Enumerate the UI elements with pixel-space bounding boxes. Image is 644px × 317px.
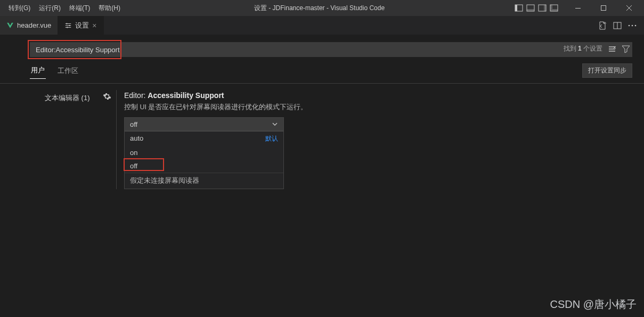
option-description: 假定未连接屏幕阅读器 <box>125 173 283 189</box>
svg-rect-1 <box>515 5 517 11</box>
search-meta: 找到 1 个设置 <box>564 44 630 53</box>
layout-primary-icon[interactable] <box>514 3 524 13</box>
window-maximize[interactable] <box>593 0 614 16</box>
menu-run[interactable]: 运行(R) <box>35 2 65 15</box>
svg-rect-7 <box>550 5 552 11</box>
open-settings-sync-button[interactable]: 打开设置同步 <box>582 63 632 78</box>
editor-actions <box>598 16 644 35</box>
setting-description: 控制 UI 是否应在已针对屏幕阅读器进行优化的模式下运行。 <box>124 103 644 112</box>
clear-search-icon[interactable] <box>608 45 616 53</box>
vue-icon <box>6 22 14 29</box>
window-minimize[interactable] <box>567 0 589 16</box>
svg-point-13 <box>67 27 68 28</box>
settings-tab-icon <box>64 22 72 29</box>
title-actions <box>514 0 644 16</box>
option-on[interactable]: on <box>125 146 283 159</box>
menu-bar: 转到(G) 运行(R) 终端(T) 帮助(H) <box>0 2 125 15</box>
more-actions-icon[interactable] <box>628 25 637 27</box>
search-value: Editor:Accessibility Support <box>36 46 120 54</box>
watermark: CSDN @唐小橘子 <box>550 297 637 312</box>
svg-rect-3 <box>527 9 534 11</box>
chevron-down-icon <box>272 121 278 127</box>
svg-rect-9 <box>575 8 581 9</box>
option-auto[interactable]: auto 默认 <box>125 132 283 146</box>
title-bar: 转到(G) 运行(R) 终端(T) 帮助(H) 设置 - JDFinance-m… <box>0 0 644 16</box>
svg-rect-10 <box>601 6 606 11</box>
select-value: off <box>130 120 137 128</box>
split-editor-icon[interactable] <box>613 21 622 30</box>
select-dropdown: auto 默认 on off 假定未连接屏幕阅读器 <box>124 131 284 189</box>
option-off[interactable]: off <box>125 159 283 173</box>
tab-label: 设置 <box>75 21 89 30</box>
svg-point-17 <box>632 25 633 26</box>
default-tag: 默认 <box>265 134 278 143</box>
setting-title: Editor: Accessibility Support <box>124 91 644 100</box>
svg-rect-8 <box>552 9 558 11</box>
svg-point-11 <box>67 23 68 24</box>
scope-user[interactable]: 用户 <box>30 62 46 79</box>
tab-label: header.vue <box>17 21 51 29</box>
svg-point-16 <box>629 25 630 26</box>
editor-tabs: header.vue 设置 × <box>0 16 644 35</box>
open-json-icon[interactable] <box>598 21 607 30</box>
tab-header-vue[interactable]: header.vue <box>0 16 58 35</box>
settings-detail: Editor: Accessibility Support 控制 UI 是否应在… <box>116 90 644 189</box>
window-title: 设置 - JDFinance-master - Visual Studio Co… <box>125 4 514 13</box>
svg-point-12 <box>69 25 70 26</box>
menu-help[interactable]: 帮助(H) <box>94 2 125 15</box>
filter-icon[interactable] <box>622 45 630 53</box>
layout-panel-icon[interactable] <box>526 3 535 13</box>
setting-select[interactable]: off <box>124 117 284 131</box>
settings-toc: 文本编辑器 (1) <box>0 90 116 189</box>
svg-rect-5 <box>544 5 546 11</box>
layout-secondary-icon[interactable] <box>537 3 547 13</box>
svg-point-18 <box>635 25 637 26</box>
scope-workspace[interactable]: 工作区 <box>56 63 79 79</box>
close-icon[interactable]: × <box>92 22 96 29</box>
settings-search-input[interactable]: Editor:Accessibility Support <box>30 42 632 57</box>
menu-terminal[interactable]: 终端(T) <box>65 2 94 15</box>
layout-customize-icon[interactable] <box>549 3 559 13</box>
scope-tabs: 用户 工作区 打开设置同步 <box>0 57 644 79</box>
window-close[interactable] <box>618 0 640 16</box>
menu-goto[interactable]: 转到(G) <box>4 2 35 15</box>
tab-settings[interactable]: 设置 × <box>58 16 103 35</box>
gear-icon[interactable] <box>103 92 113 101</box>
settings-editor: Editor:Accessibility Support 找到 1 个设置 用户… <box>0 35 644 189</box>
result-count: 找到 1 个设置 <box>564 44 602 53</box>
